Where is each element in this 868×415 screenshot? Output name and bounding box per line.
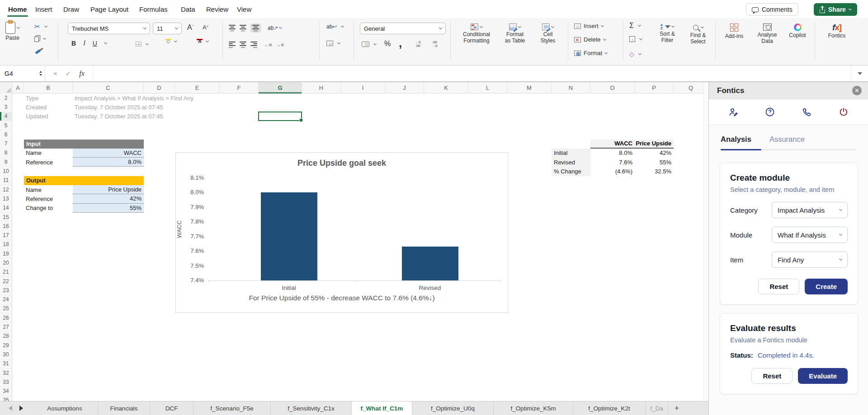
row-header-24[interactable]: 24 <box>0 295 12 304</box>
column-header-C[interactable]: C <box>73 82 144 93</box>
row-header-19[interactable]: 19 <box>0 249 12 258</box>
delete-cells-button[interactable]: × Delete <box>574 36 606 43</box>
align-middle-icon[interactable] <box>240 25 246 31</box>
conditional-formatting-button[interactable]: ConditionalFormatting <box>457 23 496 44</box>
row-header-4[interactable]: 4 <box>0 112 12 121</box>
evaluate-button[interactable]: Evaluate <box>798 368 848 384</box>
fill-color-button[interactable]: ◇ <box>166 39 177 44</box>
fontics-ribbon-button[interactable]: fx] Fontics <box>822 23 852 39</box>
add-sheet-button[interactable]: + <box>668 401 685 415</box>
font-color-button[interactable]: A <box>198 39 208 44</box>
create-reset-button[interactable]: Reset <box>758 279 799 294</box>
decrease-indent-icon[interactable]: ←≡ <box>264 42 272 47</box>
row-header-26[interactable]: 26 <box>0 313 12 322</box>
format-as-table-button[interactable]: Formatas Table <box>500 23 530 44</box>
column-header-K[interactable]: K <box>424 82 468 93</box>
autosum-button[interactable]: Σ <box>629 22 641 30</box>
output-row-value[interactable]: 55% <box>73 204 144 213</box>
column-header-F[interactable]: F <box>220 82 259 93</box>
row-header-11[interactable]: 11 <box>0 176 12 185</box>
copilot-button[interactable]: Copilot <box>785 23 810 39</box>
align-left-icon[interactable] <box>229 42 236 48</box>
goal-seek-chart[interactable]: Price Upside goal seek8.1%8.0%7.9%7.8%7.… <box>175 152 508 313</box>
accounting-format-button[interactable] <box>362 42 376 47</box>
sheet-tab-f_da[interactable]: f_Da <box>646 401 668 415</box>
insert-function-icon[interactable]: fx <box>79 70 85 78</box>
row-header-18[interactable]: 18 <box>0 240 12 249</box>
create-button[interactable]: Create <box>805 279 848 294</box>
row-header-15[interactable]: 15 <box>0 213 12 222</box>
row-header-13[interactable]: 13 <box>0 194 12 203</box>
ribbon-tab-formulas[interactable]: Formulas <box>138 0 169 18</box>
formula-bar-expand-button[interactable] <box>851 65 868 81</box>
cancel-entry-icon[interactable]: × <box>53 70 57 77</box>
merge-center-button[interactable]: ↔ <box>326 41 340 46</box>
confirm-entry-icon[interactable]: ✓ <box>66 70 71 78</box>
row-header-21[interactable]: 21 <box>0 268 12 277</box>
category-select[interactable]: Impact Analysis <box>772 202 848 218</box>
font-size-select[interactable]: 11 <box>153 23 182 34</box>
sheet-tab-f_scenario_f5e[interactable]: f_Scenario_F5e <box>193 401 271 415</box>
profile-edit-icon[interactable] <box>728 107 739 117</box>
phone-icon[interactable] <box>802 107 812 117</box>
column-header-L[interactable]: L <box>468 82 507 93</box>
evaluate-reset-button[interactable]: Reset <box>751 368 793 384</box>
next-sheet-icon[interactable] <box>19 406 23 411</box>
align-center-icon[interactable] <box>240 42 246 48</box>
row-header-17[interactable]: 17 <box>0 231 12 240</box>
row-header-7[interactable]: 7 <box>0 139 12 148</box>
underline-button[interactable]: U <box>93 40 97 47</box>
align-right-icon[interactable] <box>250 42 257 48</box>
font-name-select[interactable]: Trebuchet MS <box>68 23 150 34</box>
format-painter-button[interactable] <box>35 51 41 53</box>
column-header-D[interactable]: D <box>144 82 175 93</box>
cell-styles-button[interactable]: CellStyles <box>534 23 561 44</box>
column-header-P[interactable]: P <box>635 82 674 93</box>
vertical-scrollbar[interactable] <box>703 82 708 401</box>
close-icon[interactable]: ✕ <box>852 86 862 95</box>
sheet-tab-f_sensitivity_c1x[interactable]: f_Sensitivity_C1x <box>271 401 352 415</box>
row-header-9[interactable]: 9 <box>0 158 12 167</box>
column-header-G[interactable]: G <box>259 82 302 93</box>
column-header-J[interactable]: J <box>385 82 424 93</box>
prev-sheet-icon[interactable] <box>9 406 12 411</box>
output-row-value[interactable]: Price Upside <box>73 185 144 194</box>
tab-assurance[interactable]: Assurance <box>769 135 805 149</box>
column-header-E[interactable]: E <box>175 82 220 93</box>
format-cells-button[interactable]: ▦ Format <box>574 50 607 56</box>
insert-cells-button[interactable]: ← Insert <box>574 23 604 29</box>
ribbon-tab-draw[interactable]: Draw <box>62 0 80 18</box>
find-select-button[interactable]: Find &Select <box>685 23 711 45</box>
input-row-value[interactable]: 8.0% <box>73 158 144 167</box>
share-button[interactable]: Share <box>814 3 857 16</box>
row-header-3[interactable]: 3 <box>0 103 12 112</box>
module-select[interactable]: What If Analysis <box>772 227 848 243</box>
column-header-N[interactable]: N <box>552 82 590 93</box>
tab-analysis[interactable]: Analysis <box>721 135 751 149</box>
increase-decimal-button[interactable]: ←0.00 <box>415 41 420 47</box>
row-header-34[interactable]: 34 <box>0 387 12 396</box>
ribbon-tab-view[interactable]: View <box>236 0 252 18</box>
ribbon-tab-data[interactable]: Data <box>180 0 196 18</box>
grow-font-button[interactable]: A^ <box>187 23 193 32</box>
align-top-icon[interactable] <box>229 25 236 31</box>
row-header-30[interactable]: 30 <box>0 350 12 359</box>
spreadsheet-grid[interactable]: ABCDEFGHIJKLMNOPQ 2345678910111213141516… <box>0 82 708 401</box>
row-header-35[interactable]: 35 <box>0 396 12 401</box>
analyse-data-button[interactable]: AnalyseData <box>754 23 780 45</box>
item-select[interactable]: Find Any <box>772 252 848 268</box>
percent-style-button[interactable]: % <box>384 40 391 48</box>
row-header-5[interactable]: 5 <box>0 121 12 130</box>
help-icon[interactable] <box>764 107 775 117</box>
ribbon-tab-home[interactable]: Home <box>7 0 28 18</box>
row-header-12[interactable]: 12 <box>0 185 12 194</box>
row-header-2[interactable]: 2 <box>0 93 12 103</box>
row-header-33[interactable]: 33 <box>0 378 12 387</box>
column-header-A[interactable]: A <box>12 82 24 93</box>
increase-indent-icon[interactable]: →≡ <box>276 42 283 47</box>
column-header-O[interactable]: O <box>590 82 635 93</box>
row-header-6[interactable]: 6 <box>0 130 12 139</box>
bold-button[interactable]: B <box>71 40 76 47</box>
comma-style-button[interactable]: , <box>399 36 402 50</box>
column-header-M[interactable]: M <box>507 82 552 93</box>
